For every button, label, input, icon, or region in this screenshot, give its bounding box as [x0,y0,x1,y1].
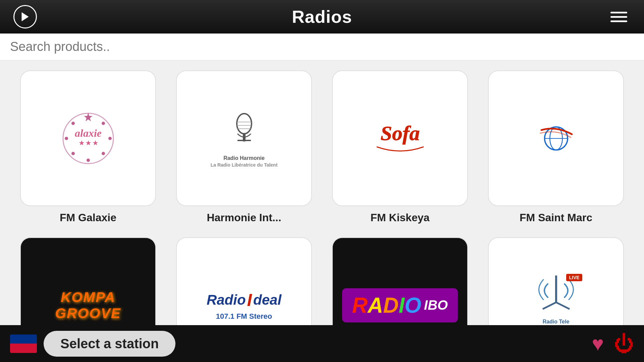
search-bar [0,34,644,60]
menu-line-1 [610,12,627,13]
bottom-right-controls: ♥ ⏻ [592,332,634,355]
station-ibo-985[interactable]: R A D I O IBO Ibo 98.5 FM [332,237,468,325]
station-card-harmonie-int: Radio Harmonie La Radio Libératrice du T… [176,70,312,206]
station-name-fm-galaxie: FM Galaxie [60,212,116,224]
svg-point-12 [237,114,252,134]
kompagroove-logo: KOMPA GROOVE [21,238,155,325]
station-name-fm-saint-marc: FM Saint Marc [520,212,592,224]
stations-grid: alaxie ★ ★ ★ FM Galaxie [20,70,624,325]
station-card-fm-tele-perfe: LIVE Radio Tele Perfection 98.5 FM Stere… [488,237,624,325]
menu-button[interactable] [607,8,631,25]
station-card-fm-saint-marc [488,70,624,206]
power-button[interactable]: ⏻ [614,332,634,355]
flag-bottom [10,344,37,353]
favorite-button[interactable]: ♥ [592,332,604,355]
tele-logo: LIVE Radio Tele Perfection 98.5 FM Stere… [499,248,613,325]
station-card-fm-kiskeya: Sofa [332,70,468,206]
search-input[interactable] [10,40,634,54]
kiskeya-logo: Sofa [343,81,457,195]
bottom-bar: Select a station ♥ ⏻ [0,325,644,362]
galaxie-logo: alaxie ★ ★ ★ [31,81,145,195]
station-fm-galaxie[interactable]: alaxie ★ ★ ★ FM Galaxie [20,70,156,224]
station-fm-saint-marc[interactable]: FM Saint Marc [488,70,624,224]
menu-line-2 [610,16,627,18]
svg-point-7 [71,152,75,155]
ideal-logo: Radio I deal 107.1 FM Stereo [187,248,301,325]
flag-top [10,335,37,344]
svg-point-4 [108,137,112,140]
svg-text:Sofa: Sofa [380,122,420,144]
svg-text:LIVE: LIVE [569,275,579,280]
stations-grid-container: alaxie ★ ★ ★ FM Galaxie [0,60,644,325]
station-fm-tele-perfe[interactable]: LIVE Radio Tele Perfection 98.5 FM Stere… [488,237,624,325]
svg-text:alaxie: alaxie [75,127,102,139]
harmonie-logo: Radio Harmonie La Radio Libératrice du T… [187,81,301,195]
station-card-fm-galaxie: alaxie ★ ★ ★ [20,70,156,206]
svg-point-5 [102,152,105,155]
select-station-text: Select a station [60,336,159,351]
station-card-ideal-fm: Radio I deal 107.1 FM Stereo [176,237,312,325]
svg-line-23 [543,302,556,309]
svg-marker-0 [22,12,29,21]
haiti-flag [10,335,37,353]
station-card-ibo-985: R A D I O IBO [332,237,468,325]
svg-point-6 [87,159,90,162]
station-card-fm-haiti-konpa: KOMPA GROOVE [20,237,156,325]
play-button[interactable] [13,5,37,28]
menu-line-3 [610,20,627,22]
svg-point-9 [71,122,75,125]
station-ideal-fm[interactable]: Radio I deal 107.1 FM Stereo Ideal FM [176,237,312,325]
svg-point-8 [65,137,68,140]
app-title: Radios [292,7,352,27]
station-fm-haiti-konpa[interactable]: KOMPA GROOVE FM Haiti Konpa [20,237,156,325]
station-fm-kiskeya[interactable]: Sofa FM Kiskeya [332,70,468,224]
station-name-fm-kiskeya: FM Kiskeya [370,212,429,224]
svg-text:★ ★ ★: ★ ★ ★ [78,140,98,146]
svg-line-24 [556,302,570,309]
station-harmonie-int[interactable]: Radio Harmonie La Radio Libératrice du T… [176,70,312,224]
app-header: Radios [0,0,644,34]
saint-marc-logo [499,81,613,195]
svg-point-3 [102,122,105,125]
select-station-badge: Select a station [44,331,175,357]
station-name-harmonie-int: Harmonie Int... [207,212,281,224]
